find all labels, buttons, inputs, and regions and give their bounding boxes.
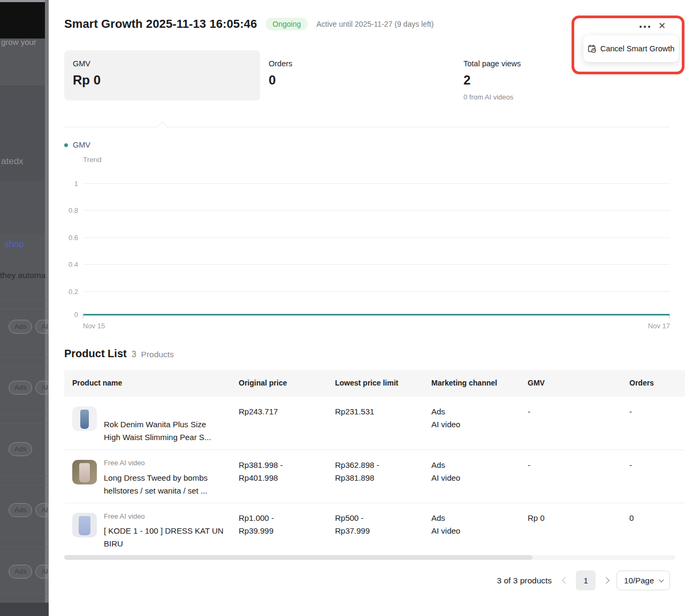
background-tagline-fragment: grow your [1,37,36,47]
more-options-button[interactable] [637,24,652,30]
stat-value: 2 [463,73,521,88]
legend-dot-icon [64,143,68,147]
gmv-value: - [528,459,621,472]
close-button[interactable]: ✕ [657,19,667,33]
table-header: Product name Original price Lowest price… [64,370,685,397]
gmv-series-line [83,314,670,315]
background-divider [0,357,49,358]
ai-video-pill: AI v [35,320,49,334]
ads-pill: Ads [9,320,32,334]
gridline [83,291,670,292]
background-divider [0,476,49,476]
background-divider [0,546,49,547]
stat-card-total-page-views[interactable]: Total page views 2 0 from AI videos [463,59,521,101]
cancel-smart-growth-menu-item[interactable]: Cancel Smart Growth [583,35,679,62]
product-name: Rok Denim Wanita Plus Size High Waist Sl… [104,418,225,444]
background-divider [0,366,49,367]
gridline [83,210,670,211]
ads-pill: Ads [9,442,32,456]
table-row: Long Dress Tweed by bombs hellstores / s… [64,450,685,503]
background-divider [0,299,49,300]
column-header-orders: Orders [629,379,678,387]
column-header-product-name: Product name [72,379,122,387]
orders-value: 0 [629,512,678,525]
product-list-heading: Product List 3 Products [64,348,174,360]
chevron-left-icon[interactable] [562,577,569,584]
dimmed-background-page: grow your atedx shop they automa Ads AI … [0,0,49,616]
marketing-channels: AdsAI video [431,512,520,537]
original-price: Rp381.998 - Rp401.998 [239,459,327,484]
product-thumbnail [72,513,97,537]
marketing-channels: AdsAI video [431,459,520,484]
chevron-down-icon [659,577,664,582]
background-divider [0,309,49,309]
orders-value: - [629,405,678,418]
ads-pill: Ads [9,381,32,395]
ellipsis-icon [644,26,646,28]
original-price: Rp1.000 - Rp39.999 [239,512,327,537]
lowest-price-limit: Rp500 - Rp37.999 [335,512,423,537]
legend-label: GMV [73,141,90,149]
stat-label: GMV [73,59,252,68]
stat-subtext: 0 from AI videos [463,93,521,101]
product-table: Product name Original price Lowest price… [64,370,685,556]
cancel-smart-growth-label: Cancel Smart Growth [600,44,675,53]
background-card [0,181,45,234]
gridline [83,183,670,184]
background-brand-fragment: atedx [1,156,24,167]
page-size-select[interactable]: 10/Page [616,571,670,590]
background-channel-pills: Ads AI v [9,381,49,395]
stat-value: 0 [269,73,292,88]
ai-video-pill: AI v [35,381,49,395]
ads-pill: Ads [9,503,32,517]
garment-graphic [79,516,90,535]
page-size-label: 10/Page [624,576,654,585]
column-header-gmv: GMV [528,379,621,387]
y-axis-tick: 0.8 [64,206,78,214]
lowest-price-limit: Rp231.531 [335,405,423,418]
product-thumbnail [72,406,97,431]
ads-pill: Ads [9,565,32,579]
background-body-fragment: they automa [0,271,45,280]
y-axis-tick: 0 [64,311,78,319]
stat-card-gmv[interactable]: GMV Rp 0 [64,50,260,101]
section-divider [64,127,670,127]
gmv-value: - [528,405,621,418]
background-divider [0,485,49,486]
column-header-original-price: Original price [239,379,327,387]
marketing-channels: AdsAI video [431,405,520,431]
x-axis-tick-mark [83,314,83,318]
status-badge: Ongoing [265,18,308,30]
pagination: 3 of 3 products 1 10/Page [497,571,670,590]
screen: grow your atedx shop they automa Ads AI … [0,0,685,616]
chevron-right-icon[interactable] [603,577,610,584]
stat-card-orders[interactable]: Orders 0 [269,59,292,88]
background-link-fragment: shop [4,239,24,250]
gmv-trend-chart: 1 0.8 0.6 0.4 0.2 0 Nov 15 Nov 17 [64,171,670,337]
active-until-text: Active until 2025-11-27 (9 days left) [316,20,433,28]
page-number-button[interactable]: 1 [576,571,596,590]
y-axis-tick: 1 [64,180,78,188]
chart-legend-gmv[interactable]: GMV [64,141,90,149]
column-header-lowest-price-limit: Lowest price limit [335,379,423,387]
table-row: Rok Denim Wanita Plus Size High Waist Sl… [64,397,685,450]
garment-graphic [80,410,89,429]
title-row: Smart Growth 2025-11-13 16:05:46 Ongoing… [64,17,433,31]
selected-stat-caret [157,121,168,132]
calendar-cancel-icon [588,44,596,53]
background-divider [0,414,49,415]
background-divider [0,537,49,538]
background-divider [0,594,49,594]
y-axis-tick: 0.6 [64,234,78,242]
x-axis-tick-mark [669,314,670,318]
horizontal-scrollbar [64,555,675,560]
product-thumbnail [72,460,97,484]
ellipsis-icon [648,26,650,28]
horizontal-scrollbar-thumb[interactable] [64,555,532,560]
pagination-summary: 3 of 3 products [497,576,552,586]
background-channel-pills: Ads [9,442,32,456]
stats-row: GMV Rp 0 Orders 0 Total page views 2 0 f… [64,50,670,101]
ai-video-pill: AI v [35,565,49,579]
gridline [83,237,670,238]
stat-label: Orders [269,59,292,68]
